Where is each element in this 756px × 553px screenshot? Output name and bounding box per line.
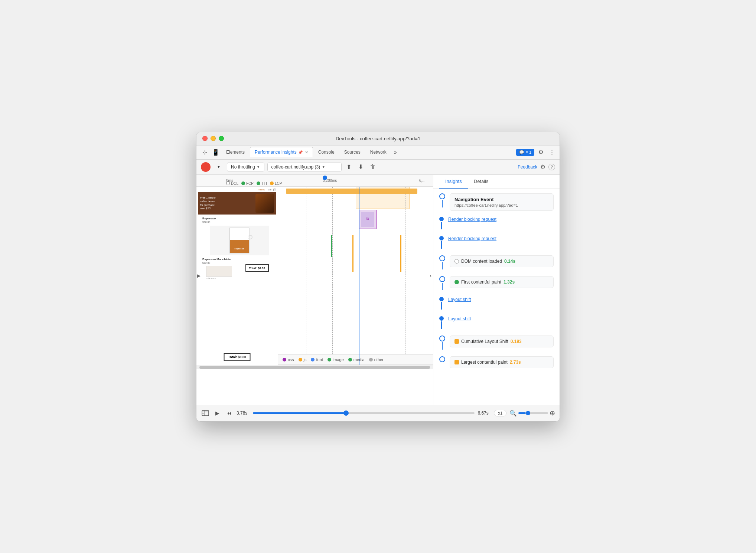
maximize-button[interactable]	[219, 136, 224, 141]
insight-lcp: Largest contentful paint 2.73s	[439, 356, 554, 368]
insight-fcp: First contentful paint 1.32s	[439, 276, 554, 291]
dcl-card: DOM content loaded 0.14s	[450, 255, 554, 267]
lcp-label: Largest contentful paint	[461, 360, 508, 365]
jump-start-button[interactable]: ⏮	[225, 409, 234, 418]
time-end: 6.67s	[478, 410, 491, 416]
tab-network[interactable]: Network	[366, 147, 391, 157]
help-icon[interactable]: ?	[548, 164, 555, 170]
coffee-menu: menu	[258, 188, 265, 191]
lcp-metric-icon	[454, 360, 459, 364]
cls-label: Cumulative Layout Shift	[461, 339, 508, 344]
espresso-product-image: espresso	[210, 226, 269, 255]
tab-details[interactable]: Details	[468, 175, 495, 189]
feedback-button[interactable]: Feedback	[518, 164, 537, 170]
dcl-metric-icon	[454, 259, 459, 264]
bottom-bar: ▶ ⏮ 3.78s 6.67s x1 🔍 ⊕	[196, 405, 560, 421]
fcp-circle	[241, 181, 245, 185]
screenshot-toggle-icon[interactable]	[201, 409, 210, 418]
dropdown-arrow-small[interactable]: ▼	[214, 162, 224, 172]
tab-close-icon[interactable]: ✕	[305, 150, 308, 155]
legend-other: other	[369, 357, 384, 362]
zoom-slider[interactable]	[518, 412, 548, 414]
lcp-metric: LCP	[270, 181, 282, 186]
ls2-card: Layout shift	[448, 316, 554, 321]
cursor-icon[interactable]: ⊹	[199, 147, 210, 157]
minimize-button[interactable]	[211, 136, 216, 141]
time-ruler: 0ms 3,200ms 6,... DCL FCP TTI	[196, 175, 433, 187]
cup-body: espresso	[229, 228, 250, 253]
record-button[interactable]	[201, 162, 211, 172]
connector-line-2	[441, 222, 442, 229]
macchiato-image	[206, 266, 232, 277]
expand-left-arrow[interactable]: ▶	[197, 273, 201, 278]
scroll-thumb[interactable]	[199, 366, 430, 369]
insight-cls: Cumulative Layout Shift 0.193	[439, 336, 554, 350]
legend-media: media	[348, 357, 365, 362]
render-block-link-1[interactable]: Render blocking request	[448, 217, 496, 222]
zoom-out-icon[interactable]: 🔍	[509, 410, 517, 417]
settings-icon-toolbar[interactable]: ⚙	[540, 163, 545, 170]
dcl-label: DOM content loaded	[461, 259, 502, 264]
delete-icon[interactable]: 🗑	[368, 163, 377, 171]
lcp-metric-row: Largest contentful paint 2.73s	[454, 360, 549, 365]
coffee-hero: Free 1 bag ofcoffee beansfor purchaseove…	[198, 192, 276, 215]
rb1-circle	[439, 217, 444, 221]
nav-circle	[439, 193, 445, 199]
insight-dcl: DOM content loaded 0.14s	[439, 255, 554, 270]
espresso-cup: espresso	[229, 228, 250, 253]
feedback-badge-button[interactable]: 💬 ≡ 1	[516, 149, 534, 156]
product-price-espresso: $10.00	[202, 221, 276, 223]
legend-image: image	[328, 357, 344, 362]
zoom-in-icon[interactable]: ⊕	[550, 409, 555, 417]
tti-circle	[257, 181, 260, 185]
settings-icon[interactable]: ⚙	[536, 147, 545, 157]
page-preview-area: ▶ menu cart (0) Free 1 bag ofcoffee bean…	[196, 187, 433, 365]
upload-icon[interactable]: ⬆	[345, 163, 353, 171]
tab-insights[interactable]: Insights	[439, 175, 468, 189]
time-marker[interactable]	[323, 176, 327, 180]
play-button[interactable]: ▶	[213, 409, 222, 418]
tab-performance-insights[interactable]: Performance insights 📌 ✕	[250, 147, 313, 157]
url-dropdown[interactable]: coffee-cart.netlify.app (3) ▼	[267, 163, 342, 171]
lcp-circle	[270, 181, 274, 185]
seek-thumb[interactable]	[343, 410, 349, 416]
connector-line-8	[442, 342, 443, 350]
network-bar-img	[331, 235, 332, 257]
legend-css: css	[283, 357, 294, 362]
seek-bar[interactable]	[253, 412, 475, 414]
timeline-tracks[interactable]: 🖼	[278, 187, 433, 365]
tab-console[interactable]: Console	[314, 147, 339, 157]
product-price-macchiato: $12.00	[202, 262, 276, 264]
layout-shift-link-2[interactable]: Layout shift	[448, 316, 471, 321]
fcp-label: First contentful paint	[461, 279, 501, 285]
timeline-panel: 0ms 3,200ms 6,... DCL FCP TTI	[196, 175, 433, 405]
connector-8	[439, 336, 445, 350]
more-options-icon[interactable]: ⋮	[547, 147, 557, 157]
fcp-metric-dot	[454, 280, 459, 284]
layout-shift-link-1[interactable]: Layout shift	[448, 297, 471, 302]
expand-right-button[interactable]: ›	[428, 271, 433, 280]
speed-button[interactable]: x1	[494, 410, 506, 416]
throttle-dropdown[interactable]: No throttling ▼	[227, 163, 264, 171]
dcl-metric-row: DOM content loaded 0.14s	[454, 259, 549, 264]
metrics-row: DCL FCP TTI LCP	[226, 181, 282, 186]
more-tabs-button[interactable]: »	[392, 148, 399, 157]
tab-elements[interactable]: Elements	[222, 147, 249, 157]
insight-render-block-1: Render blocking request	[439, 217, 554, 230]
main-request-bar-fill	[286, 189, 417, 194]
render-block-link-2[interactable]: Render blocking request	[448, 236, 496, 241]
connector-line-4	[442, 262, 443, 269]
download-icon[interactable]: ⬇	[356, 163, 365, 171]
close-button[interactable]	[202, 136, 208, 141]
cup-fill	[230, 240, 249, 253]
zoom-thumb[interactable]	[526, 411, 530, 415]
horizontal-scrollbar[interactable]	[196, 365, 433, 369]
total-display: Total: $0.00	[224, 353, 251, 361]
milk-foam-label: milk foam	[206, 277, 276, 279]
tab-sources[interactable]: Sources	[340, 147, 365, 157]
thumbnail-inner: 🖼	[361, 212, 374, 227]
device-icon[interactable]: 📱	[211, 147, 221, 157]
insights-content[interactable]: Navigation Event https://coffee-cart.net…	[433, 189, 560, 405]
insight-render-block-2: Render blocking request	[439, 236, 554, 249]
insights-panel: Insights Details Navigation Event https:…	[433, 175, 560, 405]
